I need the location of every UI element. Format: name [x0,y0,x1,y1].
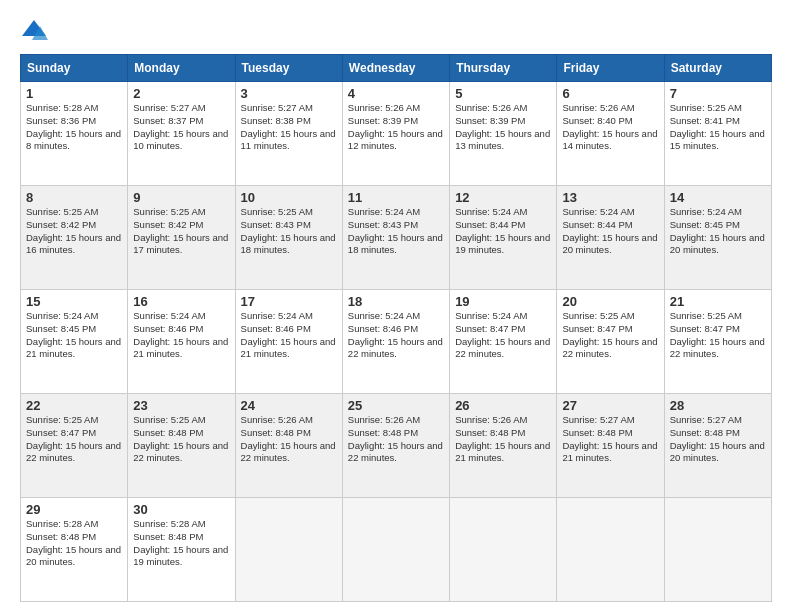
calendar-day-cell: 29 Sunrise: 5:28 AMSunset: 8:48 PMDaylig… [21,498,128,602]
calendar-week-row: 29 Sunrise: 5:28 AMSunset: 8:48 PMDaylig… [21,498,772,602]
day-number: 13 [562,190,658,205]
day-number: 10 [241,190,337,205]
day-number: 26 [455,398,551,413]
day-header: Friday [557,55,664,82]
day-number: 21 [670,294,766,309]
day-info: Sunrise: 5:25 AMSunset: 8:41 PMDaylight:… [670,102,766,153]
day-info: Sunrise: 5:27 AMSunset: 8:48 PMDaylight:… [670,414,766,465]
day-number: 15 [26,294,122,309]
calendar-week-row: 22 Sunrise: 5:25 AMSunset: 8:47 PMDaylig… [21,394,772,498]
logo [20,16,52,44]
calendar-day-cell: 25 Sunrise: 5:26 AMSunset: 8:48 PMDaylig… [342,394,449,498]
day-number: 12 [455,190,551,205]
calendar-day-cell: 7 Sunrise: 5:25 AMSunset: 8:41 PMDayligh… [664,82,771,186]
calendar-week-row: 15 Sunrise: 5:24 AMSunset: 8:45 PMDaylig… [21,290,772,394]
day-number: 9 [133,190,229,205]
day-info: Sunrise: 5:24 AMSunset: 8:43 PMDaylight:… [348,206,444,257]
calendar-day-cell: 4 Sunrise: 5:26 AMSunset: 8:39 PMDayligh… [342,82,449,186]
day-info: Sunrise: 5:25 AMSunset: 8:47 PMDaylight:… [562,310,658,361]
calendar-day-cell: 3 Sunrise: 5:27 AMSunset: 8:38 PMDayligh… [235,82,342,186]
day-info: Sunrise: 5:24 AMSunset: 8:46 PMDaylight:… [241,310,337,361]
calendar-day-cell: 26 Sunrise: 5:26 AMSunset: 8:48 PMDaylig… [450,394,557,498]
day-info: Sunrise: 5:26 AMSunset: 8:48 PMDaylight:… [348,414,444,465]
day-info: Sunrise: 5:24 AMSunset: 8:44 PMDaylight:… [455,206,551,257]
day-number: 19 [455,294,551,309]
calendar-day-cell: 15 Sunrise: 5:24 AMSunset: 8:45 PMDaylig… [21,290,128,394]
day-info: Sunrise: 5:25 AMSunset: 8:42 PMDaylight:… [133,206,229,257]
day-number: 11 [348,190,444,205]
calendar-day-cell: 8 Sunrise: 5:25 AMSunset: 8:42 PMDayligh… [21,186,128,290]
day-header: Thursday [450,55,557,82]
calendar-day-cell: 10 Sunrise: 5:25 AMSunset: 8:43 PMDaylig… [235,186,342,290]
day-number: 6 [562,86,658,101]
calendar-day-cell [235,498,342,602]
calendar-day-cell: 21 Sunrise: 5:25 AMSunset: 8:47 PMDaylig… [664,290,771,394]
day-info: Sunrise: 5:24 AMSunset: 8:45 PMDaylight:… [670,206,766,257]
day-info: Sunrise: 5:27 AMSunset: 8:37 PMDaylight:… [133,102,229,153]
calendar-day-cell: 19 Sunrise: 5:24 AMSunset: 8:47 PMDaylig… [450,290,557,394]
day-info: Sunrise: 5:25 AMSunset: 8:47 PMDaylight:… [26,414,122,465]
day-number: 23 [133,398,229,413]
calendar-day-cell: 22 Sunrise: 5:25 AMSunset: 8:47 PMDaylig… [21,394,128,498]
calendar-day-cell: 13 Sunrise: 5:24 AMSunset: 8:44 PMDaylig… [557,186,664,290]
calendar-day-cell [342,498,449,602]
day-header: Wednesday [342,55,449,82]
calendar-day-cell [450,498,557,602]
calendar-day-cell: 14 Sunrise: 5:24 AMSunset: 8:45 PMDaylig… [664,186,771,290]
day-header: Monday [128,55,235,82]
day-header: Tuesday [235,55,342,82]
day-info: Sunrise: 5:26 AMSunset: 8:40 PMDaylight:… [562,102,658,153]
day-number: 20 [562,294,658,309]
day-info: Sunrise: 5:27 AMSunset: 8:38 PMDaylight:… [241,102,337,153]
calendar-day-cell: 6 Sunrise: 5:26 AMSunset: 8:40 PMDayligh… [557,82,664,186]
day-info: Sunrise: 5:28 AMSunset: 8:48 PMDaylight:… [26,518,122,569]
calendar-day-cell: 16 Sunrise: 5:24 AMSunset: 8:46 PMDaylig… [128,290,235,394]
day-number: 25 [348,398,444,413]
calendar-day-cell: 30 Sunrise: 5:28 AMSunset: 8:48 PMDaylig… [128,498,235,602]
day-number: 18 [348,294,444,309]
day-number: 30 [133,502,229,517]
day-info: Sunrise: 5:28 AMSunset: 8:48 PMDaylight:… [133,518,229,569]
page: SundayMondayTuesdayWednesdayThursdayFrid… [0,0,792,612]
logo-icon [20,16,48,44]
calendar-day-cell [557,498,664,602]
day-number: 1 [26,86,122,101]
day-header: Sunday [21,55,128,82]
calendar-week-row: 1 Sunrise: 5:28 AMSunset: 8:36 PMDayligh… [21,82,772,186]
header [20,16,772,44]
calendar-body: 1 Sunrise: 5:28 AMSunset: 8:36 PMDayligh… [21,82,772,602]
calendar-day-cell: 2 Sunrise: 5:27 AMSunset: 8:37 PMDayligh… [128,82,235,186]
day-number: 22 [26,398,122,413]
day-number: 8 [26,190,122,205]
day-info: Sunrise: 5:25 AMSunset: 8:42 PMDaylight:… [26,206,122,257]
day-number: 27 [562,398,658,413]
calendar-day-cell: 11 Sunrise: 5:24 AMSunset: 8:43 PMDaylig… [342,186,449,290]
day-number: 16 [133,294,229,309]
calendar-week-row: 8 Sunrise: 5:25 AMSunset: 8:42 PMDayligh… [21,186,772,290]
day-info: Sunrise: 5:26 AMSunset: 8:39 PMDaylight:… [348,102,444,153]
calendar-day-cell: 17 Sunrise: 5:24 AMSunset: 8:46 PMDaylig… [235,290,342,394]
calendar-day-cell: 18 Sunrise: 5:24 AMSunset: 8:46 PMDaylig… [342,290,449,394]
day-info: Sunrise: 5:26 AMSunset: 8:39 PMDaylight:… [455,102,551,153]
day-info: Sunrise: 5:25 AMSunset: 8:43 PMDaylight:… [241,206,337,257]
day-info: Sunrise: 5:27 AMSunset: 8:48 PMDaylight:… [562,414,658,465]
day-info: Sunrise: 5:25 AMSunset: 8:47 PMDaylight:… [670,310,766,361]
day-info: Sunrise: 5:26 AMSunset: 8:48 PMDaylight:… [455,414,551,465]
day-info: Sunrise: 5:26 AMSunset: 8:48 PMDaylight:… [241,414,337,465]
calendar-day-cell: 24 Sunrise: 5:26 AMSunset: 8:48 PMDaylig… [235,394,342,498]
day-info: Sunrise: 5:24 AMSunset: 8:45 PMDaylight:… [26,310,122,361]
day-number: 7 [670,86,766,101]
calendar-day-cell: 27 Sunrise: 5:27 AMSunset: 8:48 PMDaylig… [557,394,664,498]
calendar-table: SundayMondayTuesdayWednesdayThursdayFrid… [20,54,772,602]
day-header: Saturday [664,55,771,82]
day-number: 24 [241,398,337,413]
day-info: Sunrise: 5:25 AMSunset: 8:48 PMDaylight:… [133,414,229,465]
day-number: 17 [241,294,337,309]
day-number: 2 [133,86,229,101]
day-info: Sunrise: 5:24 AMSunset: 8:46 PMDaylight:… [348,310,444,361]
day-number: 4 [348,86,444,101]
calendar-day-cell: 20 Sunrise: 5:25 AMSunset: 8:47 PMDaylig… [557,290,664,394]
calendar-day-cell: 1 Sunrise: 5:28 AMSunset: 8:36 PMDayligh… [21,82,128,186]
calendar-day-cell: 5 Sunrise: 5:26 AMSunset: 8:39 PMDayligh… [450,82,557,186]
calendar-day-cell: 12 Sunrise: 5:24 AMSunset: 8:44 PMDaylig… [450,186,557,290]
